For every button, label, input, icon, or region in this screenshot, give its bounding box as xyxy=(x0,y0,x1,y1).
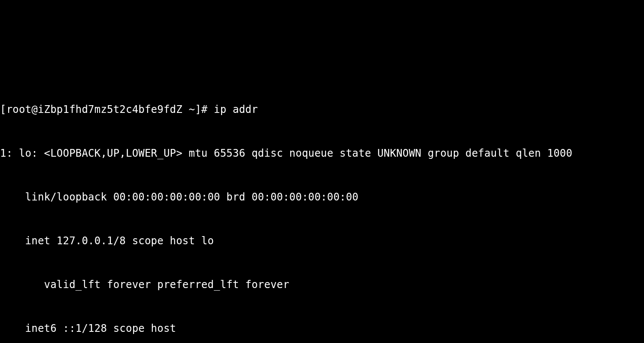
output-line: 1: lo: <LOOPBACK,UP,LOWER_UP> mtu 65536 … xyxy=(0,146,644,161)
prompt-line: [root@iZbp1fhd7mz5t2c4bfe9fdZ ~]# ip add… xyxy=(0,102,644,117)
output-line: inet 127.0.0.1/8 scope host lo xyxy=(0,234,644,248)
output-line: inet6 ::1/128 scope host xyxy=(0,321,644,336)
output-line: valid_lft forever preferred_lft forever xyxy=(0,277,644,292)
output-line: link/loopback 00:00:00:00:00:00 brd 00:0… xyxy=(0,190,644,204)
terminal-output: [root@iZbp1fhd7mz5t2c4bfe9fdZ ~]# ip add… xyxy=(0,73,644,343)
